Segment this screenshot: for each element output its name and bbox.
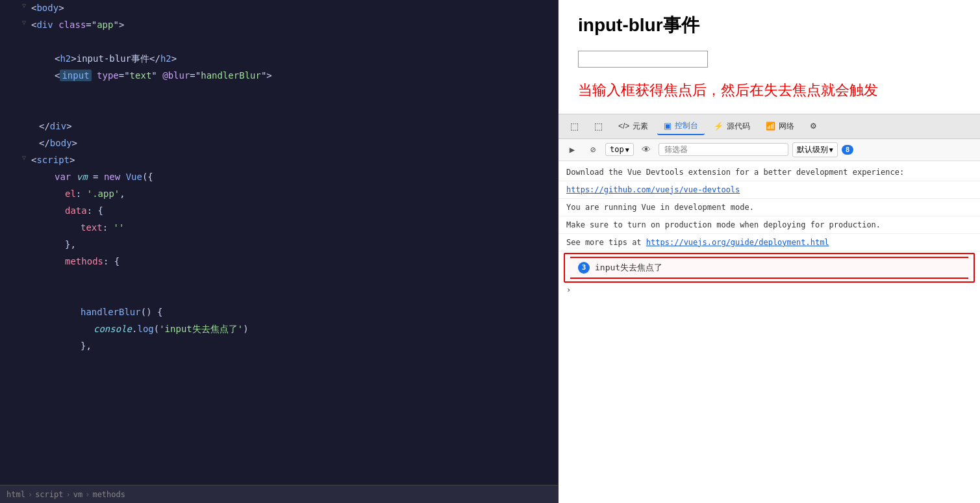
code-line: el: '.app', — [0, 186, 558, 203]
code-line — [0, 270, 558, 287]
network-icon: 📶 — [766, 122, 775, 131]
code-line: <input type="text" @blur="handlerBlur"> — [0, 68, 558, 84]
console-text: See more tips at — [566, 238, 646, 247]
console-text: You are running Vue in development mode. — [566, 203, 754, 212]
breadcrumb-item[interactable]: html — [6, 490, 25, 499]
line-content: text: '' — [29, 220, 558, 235]
line-content — [29, 271, 558, 285]
line-content — [29, 288, 558, 302]
more-icon: ⚙ — [810, 122, 817, 131]
tab-elements-label: 元素 — [633, 121, 648, 132]
line-content: </body> — [29, 136, 558, 150]
line-content: <body> — [29, 1, 558, 15]
line-content — [29, 85, 558, 99]
tab-sources[interactable]: ⚡ 源代码 — [707, 118, 757, 135]
deployment-link[interactable]: https://vuejs.org/guide/deployment.html — [646, 238, 829, 247]
arrow: ▽ — [19, 153, 29, 163]
code-line: }, — [0, 338, 558, 355]
code-content: ▽ <body> ▽ <div class="app"> <h2>input-b… — [0, 0, 558, 355]
tab-more[interactable]: ⚙ — [803, 119, 823, 133]
eye-button[interactable]: 👁 — [638, 141, 655, 158]
tab-network[interactable]: 📶 网络 — [759, 118, 801, 135]
breadcrumb-separator: › — [28, 490, 32, 499]
console-message: Make sure to turn on production mode whe… — [559, 216, 980, 234]
context-label: top — [610, 145, 624, 154]
line-content: methods: { — [29, 254, 558, 268]
line-content — [29, 102, 558, 116]
blur-input[interactable] — [578, 51, 708, 68]
elements-icon: </> — [618, 122, 629, 131]
code-line: ▽ <body> — [0, 0, 558, 17]
tab-sources-label: 源代码 — [727, 121, 750, 132]
preview-area: input-blur事件 当输入框获得焦点后，然后在失去焦点就会触发 — [559, 0, 980, 114]
browser-panel: input-blur事件 当输入框获得焦点后，然后在失去焦点就会触发 ⬚ ⬚ <… — [559, 0, 980, 503]
filter-input[interactable] — [659, 143, 788, 156]
dropdown-icon: ▼ — [625, 146, 629, 153]
console-text: Make sure to turn on production mode whe… — [566, 220, 881, 229]
execute-button[interactable]: ▶ — [564, 141, 581, 158]
code-line — [0, 101, 558, 118]
line-content — [29, 34, 558, 49]
tab-console-label: 控制台 — [675, 120, 698, 131]
log-count: 3 — [578, 262, 590, 274]
arrow: ▽ — [19, 18, 29, 28]
code-line: data: { — [0, 203, 558, 220]
context-select[interactable]: top ▼ — [605, 143, 634, 156]
console-text: Download the Vue Devtools extension for … — [566, 168, 904, 177]
breadcrumb-item[interactable]: vm — [73, 490, 82, 499]
line-content: el: '.app', — [29, 187, 558, 201]
breadcrumb-item[interactable]: methods — [92, 490, 125, 499]
sources-icon: ⚡ — [714, 122, 723, 131]
tab-elements[interactable]: </> 元素 — [612, 118, 655, 135]
console-message: Download the Vue Devtools extension for … — [559, 164, 980, 181]
log-entry-highlighted: 3 input失去焦点了 — [564, 253, 975, 283]
code-editor: ▽ <body> ▽ <div class="app"> <h2>input-b… — [0, 0, 559, 503]
line-content: }, — [29, 237, 558, 252]
devtools-toolbar: ▶ ⊘ top ▼ 👁 默认级别 ▼ 8 — [559, 139, 980, 161]
code-line: }, — [0, 237, 558, 253]
breadcrumb-item[interactable]: script — [35, 490, 63, 499]
code-line: handlerBlur() { — [0, 304, 558, 321]
code-line — [0, 34, 558, 51]
line-content: <input type="text" @blur="handlerBlur"> — [29, 68, 558, 83]
preview-description: 当输入框获得焦点后，然后在失去焦点就会触发 — [578, 81, 961, 101]
tab-network-label: 网络 — [779, 121, 794, 132]
console-content[interactable]: Download the Vue Devtools extension for … — [559, 161, 980, 503]
preview-title: input-blur事件 — [578, 13, 961, 38]
code-line: console.log('input失去焦点了') — [0, 321, 558, 338]
screenshare1-icon: ⬚ — [570, 121, 579, 131]
breadcrumb-separator: › — [85, 490, 90, 499]
line-content: <div class="app"> — [29, 18, 558, 32]
code-line: methods: { — [0, 253, 558, 270]
code-line: var vm = new Vue({ — [0, 169, 558, 186]
devtools-panel: ⬚ ⬚ </> 元素 ▣ 控制台 ⚡ 源代码 📶 网络 ⚙ — [559, 114, 980, 503]
code-line: <h2>input-blur事件</h2> — [0, 51, 558, 68]
level-label: 默认级别 — [797, 144, 828, 155]
tab-screenshare2[interactable]: ⬚ — [588, 118, 609, 134]
breadcrumb: html › script › vm › methods — [0, 485, 558, 503]
level-dropdown-icon: ▼ — [829, 146, 833, 153]
tab-screenshare1[interactable]: ⬚ — [564, 118, 585, 134]
clear-button[interactable]: ⊘ — [584, 141, 601, 158]
message-count-badge: 8 — [842, 145, 854, 155]
code-line — [0, 287, 558, 304]
breadcrumb-separator: › — [66, 490, 71, 499]
console-message: You are running Vue in development mode. — [559, 199, 980, 216]
line-content: }, — [29, 339, 558, 353]
line-content: </div> — [29, 119, 558, 133]
line-content: var vm = new Vue({ — [29, 170, 558, 184]
code-line: ▽ <div class="app"> — [0, 17, 558, 34]
level-select[interactable]: 默认级别 ▼ — [792, 142, 838, 157]
line-content: handlerBlur() { — [29, 305, 558, 319]
code-line: </div> — [0, 118, 558, 135]
line-content: data: { — [29, 203, 558, 218]
arrow: ▽ — [19, 1, 29, 11]
line-content: <script> — [29, 153, 558, 167]
screenshare2-icon: ⬚ — [594, 121, 603, 131]
code-line: ▽ <script> — [0, 152, 558, 169]
console-message-link: https://github.com/vuejs/vue-devtools — [559, 181, 980, 199]
code-line: </body> — [0, 135, 558, 152]
tab-console[interactable]: ▣ 控制台 — [657, 118, 705, 135]
line-content: <h2>input-blur事件</h2> — [29, 51, 558, 66]
vue-devtools-link[interactable]: https://github.com/vuejs/vue-devtools — [566, 185, 740, 194]
